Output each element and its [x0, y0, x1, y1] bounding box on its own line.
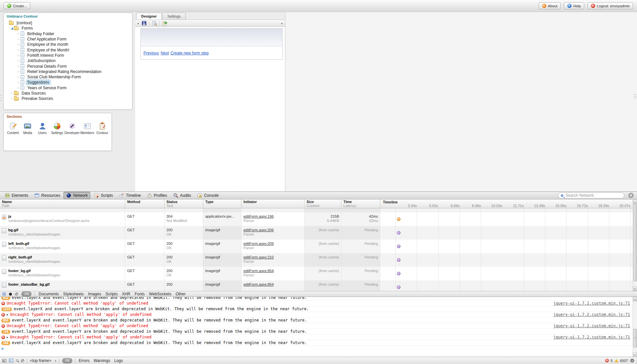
about-button[interactable]: U About: [539, 2, 561, 9]
toggle-row-size-icon[interactable]: [2, 293, 6, 296]
tree-item-prevalue-sources[interactable]: ▷Prevalue Sources: [6, 96, 131, 101]
preview-icon[interactable]: [152, 21, 157, 26]
devtools-tab-audits[interactable]: Audits: [170, 192, 194, 199]
filter-other[interactable]: Other: [175, 292, 186, 296]
tree-item-social-club-membership[interactable]: ▷Social Club Membership Form: [6, 74, 131, 80]
devtools-tab-console[interactable]: Console: [194, 192, 221, 199]
source-link[interactable]: jquery-ui-1.7.2.custom.min.js:71: [553, 335, 631, 339]
tab-designer[interactable]: Designer: [136, 13, 162, 20]
tree-item-birthday-folder[interactable]: ▷Birthday Folder: [6, 31, 131, 36]
frame-selector[interactable]: <top frame>: [30, 358, 51, 363]
help-button[interactable]: ? Help: [564, 2, 584, 9]
filter-xhr[interactable]: XHR: [121, 292, 131, 296]
section-contour[interactable]: Contour: [96, 122, 108, 135]
devtools-tab-scripts[interactable]: Scripts: [91, 192, 116, 199]
scroll-right-icon[interactable]: ►: [281, 22, 283, 25]
collapse-arrow-icon[interactable]: ▷: [17, 81, 20, 84]
console-filter-all[interactable]: All: [62, 358, 72, 363]
collapse-arrow-icon[interactable]: ▷: [17, 33, 20, 35]
filter-all[interactable]: All: [21, 291, 32, 297]
console-filter-logs[interactable]: Logs: [114, 358, 124, 363]
initiator-link[interactable]: editForm.aspx:206: [243, 228, 274, 232]
export-icon[interactable]: [162, 21, 167, 26]
scroll-left-icon[interactable]: ◄: [137, 22, 139, 25]
left-splitter-handle[interactable]: ◃◃◃: [0, 94, 2, 102]
create-new-form-step-link[interactable]: Create new form step: [170, 51, 209, 55]
tree-item-employee-of-the-month2[interactable]: ▷Employee of the Month!: [6, 47, 131, 52]
console-scrollbar[interactable]: ▲ ▼: [633, 297, 637, 357]
source-link[interactable]: jquery-ui-1.7.2.custom.min.js:71: [553, 324, 631, 328]
collapse-arrow-icon[interactable]: ▷: [17, 70, 20, 73]
scroll-up-icon[interactable]: ▲: [633, 297, 637, 301]
column-header-time[interactable]: TimeLatency: [341, 199, 380, 208]
column-header-type[interactable]: Type: [203, 199, 241, 208]
search-icon[interactable]: [16, 359, 18, 362]
column-header-initiator[interactable]: Initiator: [241, 199, 305, 208]
initiator-link[interactable]: editForm.aspx:854: [243, 282, 274, 286]
initiator-link[interactable]: editForm.aspx:854: [243, 269, 274, 273]
network-scrollbar[interactable]: ▲ ▼: [633, 200, 637, 291]
devtools-tab-profiles[interactable]: Profiles: [144, 192, 170, 199]
gear-icon[interactable]: [630, 358, 635, 363]
collapse-arrow-icon[interactable]: ▷: [17, 54, 20, 57]
tree-item-forms[interactable]: ◢Forms: [6, 26, 131, 31]
section-users[interactable]: Users: [36, 122, 48, 135]
source-link[interactable]: jquery-ui-1.7.2.custom.min.js:71: [553, 301, 631, 306]
devtools-tab-timeline[interactable]: Timeline: [116, 192, 143, 199]
toggle-console-icon[interactable]: >_: [9, 359, 13, 362]
tree-item-data-sources[interactable]: ▷Data Sources: [6, 91, 131, 96]
next-link[interactable]: Next: [161, 51, 169, 55]
filter-scripts[interactable]: Scripts: [105, 292, 118, 296]
section-members[interactable]: Members: [81, 122, 94, 135]
collapse-arrow-icon[interactable]: ▷: [10, 97, 14, 100]
clear-icon[interactable]: [15, 292, 18, 296]
save-icon[interactable]: [141, 21, 147, 26]
column-header-timeline[interactable]: Timeline 3.34s 5.02s 6.69s 8.36s 10.03s …: [380, 199, 637, 208]
clear-console-icon[interactable]: [21, 359, 24, 362]
network-row-scripts[interactable]: /umbraco/plugins/umbracoContour/scripts …: [0, 208, 637, 212]
column-header-method[interactable]: Method: [125, 199, 164, 208]
expand-triangle-icon[interactable]: ▶: [7, 313, 8, 317]
filter-documents[interactable]: Documents: [38, 292, 59, 296]
collapse-arrow-icon[interactable]: ▷: [17, 87, 20, 89]
search-network-input[interactable]: [565, 193, 618, 198]
devtools-tab-elements[interactable]: Elements: [2, 192, 31, 199]
tree-item-chef-application-form[interactable]: ▷Chef Application Form: [6, 36, 131, 42]
source-link[interactable]: jquery-ui-1.7.2.custom.min.js:71: [553, 313, 631, 317]
initiator-link[interactable]: editForm.aspx:209: [243, 242, 274, 246]
console-prompt[interactable]: >: [0, 346, 633, 351]
network-row-bg-gif[interactable]: bg.gif/umbraco_client/tabview/images GET…: [0, 226, 637, 240]
tree-item-forklift-interest-form[interactable]: ▷Forklift Interest Form: [6, 53, 131, 58]
console-filter-errors[interactable]: Errors: [78, 358, 90, 363]
right-splitter-handle[interactable]: [634, 94, 636, 99]
error-count-icon[interactable]: ✕: [605, 359, 609, 362]
initiator-link[interactable]: editForm.aspx:196: [243, 214, 274, 218]
network-row-right-both-gif[interactable]: right_both.gif/umbraco_client/tabview/im…: [0, 253, 637, 267]
devtools-tab-resources[interactable]: Resources: [32, 192, 63, 199]
scrollbar-thumb[interactable]: [633, 204, 637, 281]
scroll-down-icon[interactable]: ▼: [633, 287, 637, 291]
tree-item-employee-of-the-month[interactable]: ▷Employee of the month: [6, 42, 131, 47]
scrollbar-thumb[interactable]: [633, 329, 637, 347]
record-icon[interactable]: [9, 293, 12, 296]
column-header-name[interactable]: NamePath: [0, 199, 125, 208]
filter-websockets[interactable]: WebSockets: [148, 292, 172, 296]
initiator-link[interactable]: editForm.aspx:210: [243, 255, 274, 259]
network-row-js[interactable]: js/umbraco/plugins/umbracoContour/Design…: [0, 212, 637, 226]
filter-stylesheets[interactable]: Stylesheets: [62, 292, 84, 296]
collapse-arrow-icon[interactable]: ▷: [17, 76, 20, 78]
section-media[interactable]: Media: [22, 122, 34, 135]
tree-item-contour[interactable]: [contour]: [6, 20, 131, 26]
create-button[interactable]: + Create...: [4, 2, 30, 9]
search-network-box[interactable]: [558, 192, 624, 198]
console-filter-warnings[interactable]: Warnings: [93, 358, 111, 363]
tree-item-jobsubscription[interactable]: ▷JobSubscription: [6, 58, 131, 63]
scroll-up-icon[interactable]: ▲: [633, 200, 637, 204]
dock-icon[interactable]: [2, 359, 6, 362]
tree-item-relief-integrated-rating[interactable]: ▷Relief Integrated Rating Recommendation: [6, 69, 131, 74]
previous-link[interactable]: Previous: [143, 51, 159, 55]
tree-item-personal-details-form[interactable]: ▷Personal Details Form: [6, 63, 131, 69]
section-content[interactable]: Content: [7, 122, 19, 135]
network-row-left-both-gif[interactable]: left_both.gif/umbraco_client/tabview/ima…: [0, 240, 637, 253]
tree-item-suggestions[interactable]: ▷Suggestions: [6, 80, 131, 85]
